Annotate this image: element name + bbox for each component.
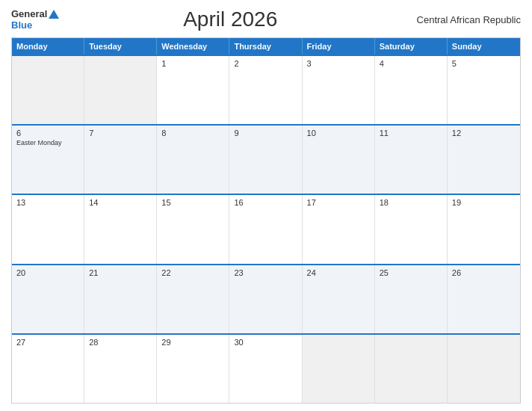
cell-w1-tue (84, 56, 157, 124)
country-label: Central African Republic (401, 14, 521, 25)
header-thursday: Thursday (229, 38, 302, 55)
cell-w4-sun: 26 (448, 265, 520, 333)
cell-w2-sat: 11 (375, 126, 448, 194)
cell-w2-sun: 12 (448, 126, 520, 194)
header-friday: Friday (303, 38, 375, 55)
cell-w5-fri (303, 335, 375, 403)
header-tuesday: Tuesday (84, 38, 157, 55)
calendar-body: 1 2 3 4 5 6 Easter Monday 7 8 9 10 11 12 (12, 55, 520, 403)
cell-w4-wed: 22 (157, 265, 229, 333)
logo: General Blue (11, 8, 59, 31)
cell-w3-wed: 15 (157, 195, 229, 263)
cell-w2-fri: 10 (303, 126, 375, 194)
cell-w4-fri: 24 (303, 265, 375, 333)
calendar: Monday Tuesday Wednesday Thursday Friday… (11, 37, 521, 404)
cell-w3-fri: 17 (303, 195, 375, 263)
cell-w3-sun: 19 (448, 195, 520, 263)
cell-w1-thu: 2 (229, 56, 302, 124)
logo-general-text: General (11, 8, 47, 19)
cell-w5-tue: 28 (84, 335, 157, 403)
cell-w5-sun (448, 335, 520, 403)
week-5: 27 28 29 30 (12, 333, 520, 403)
cell-w5-mon: 27 (12, 335, 84, 403)
cell-w1-mon (12, 56, 84, 124)
page: General Blue April 2026 Central African … (0, 0, 532, 411)
cell-w2-thu: 9 (229, 126, 302, 194)
logo-blue-text: Blue (11, 19, 32, 31)
week-1: 1 2 3 4 5 (12, 55, 520, 124)
cell-w5-sat (375, 335, 448, 403)
header: General Blue April 2026 Central African … (11, 7, 521, 31)
cell-w3-tue: 14 (84, 195, 157, 263)
cell-w1-wed: 1 (157, 56, 229, 124)
week-3: 13 14 15 16 17 18 19 (12, 194, 520, 263)
cell-w3-mon: 13 (12, 195, 84, 263)
cell-w3-sat: 18 (375, 195, 448, 263)
cell-w2-wed: 8 (157, 126, 229, 194)
cell-w2-mon: 6 Easter Monday (12, 126, 84, 194)
cell-w4-tue: 21 (84, 265, 157, 333)
cell-w4-thu: 23 (229, 265, 302, 333)
header-saturday: Saturday (375, 38, 448, 55)
header-sunday: Sunday (448, 38, 520, 55)
cell-w4-mon: 20 (12, 265, 84, 333)
logo-triangle-icon (49, 10, 59, 19)
cell-w1-sun: 5 (448, 56, 520, 124)
cell-w5-wed: 29 (157, 335, 229, 403)
month-title: April 2026 (59, 7, 401, 31)
cell-w5-thu: 30 (229, 335, 302, 403)
header-monday: Monday (12, 38, 84, 55)
cell-w1-sat: 4 (375, 56, 448, 124)
cell-w2-tue: 7 (84, 126, 157, 194)
cell-w3-thu: 16 (229, 195, 302, 263)
cell-w1-fri: 3 (303, 56, 375, 124)
week-2: 6 Easter Monday 7 8 9 10 11 12 (12, 124, 520, 194)
header-wednesday: Wednesday (157, 38, 229, 55)
week-4: 20 21 22 23 24 25 26 (12, 264, 520, 333)
cell-w4-sat: 25 (375, 265, 448, 333)
calendar-header: Monday Tuesday Wednesday Thursday Friday… (12, 38, 520, 55)
